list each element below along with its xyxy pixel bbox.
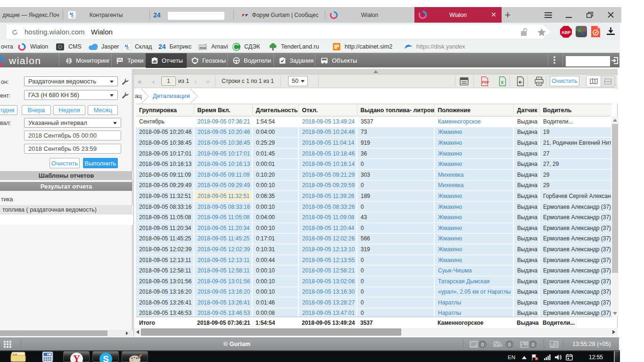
svg-text:RSM: RSM [200, 47, 206, 49]
svg-text:C: C [126, 46, 129, 50]
svg-text:0: 0 [48, 354, 49, 356]
svg-text:PDF: PDF [482, 80, 489, 84]
svg-text:ABP: ABP [561, 30, 570, 35]
svg-text:C: C [71, 14, 74, 18]
svg-text:x: x [501, 80, 504, 85]
